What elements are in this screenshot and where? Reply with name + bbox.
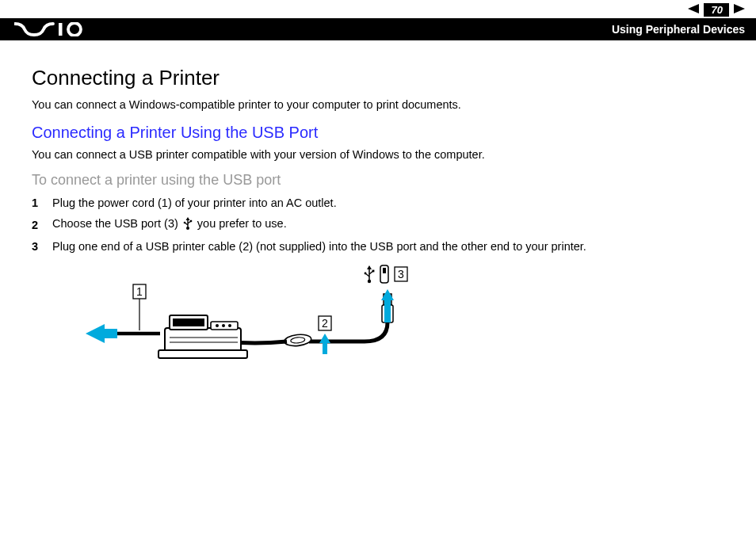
- step-number: 1: [32, 196, 52, 209]
- procedure-heading: To connect a printer using the USB port: [32, 172, 724, 189]
- step-item: 3 Plug one end of a USB printer cable (2…: [32, 240, 724, 253]
- page-content: Connecting a Printer You can connect a W…: [0, 40, 756, 384]
- arrow-left-icon: [86, 324, 117, 343]
- svg-point-12: [365, 273, 367, 275]
- step-text: Choose the USB port (3) you prefer to us…: [52, 217, 287, 232]
- section-label: Using Peripheral Devices: [612, 23, 745, 36]
- svg-rect-8: [190, 220, 192, 222]
- svg-rect-25: [165, 328, 241, 352]
- svg-marker-0: [688, 4, 699, 13]
- step-item: 1 Plug the power cord (1) of your printe…: [32, 196, 724, 209]
- header-bar: Using Peripheral Devices: [0, 18, 756, 40]
- step-number: 3: [32, 240, 52, 253]
- svg-rect-15: [383, 268, 386, 273]
- cable-connector-icon: [284, 334, 311, 347]
- diagram-label-1: 1: [136, 285, 143, 298]
- svg-marker-1: [734, 4, 745, 13]
- svg-marker-35: [86, 324, 117, 343]
- svg-rect-26: [158, 350, 247, 358]
- usb-icon: [183, 217, 193, 232]
- svg-marker-11: [367, 265, 372, 269]
- svg-point-7: [184, 222, 186, 224]
- step-item: 2 Choose the USB port (3) you prefer to …: [32, 217, 724, 232]
- step-text: Plug one end of a USB printer cable (2) …: [52, 240, 586, 253]
- connection-diagram: 3: [71, 262, 724, 384]
- vaio-logo-icon: [14, 22, 86, 36]
- arrow-up-small-icon: [319, 334, 330, 354]
- intro-text: You can connect a Windows-compatible pri…: [32, 98, 724, 111]
- step-text: Plug the power cord (1) of your printer …: [52, 196, 337, 209]
- page-number-badge: 70: [704, 3, 729, 17]
- steps-list: 1 Plug the power cord (1) of your printe…: [32, 196, 724, 253]
- svg-marker-6: [185, 217, 189, 220]
- subsection-title: Connecting a Printer Using the USB Port: [32, 124, 724, 142]
- prev-page-arrow-icon[interactable]: [688, 4, 699, 16]
- svg-rect-2: [59, 23, 63, 36]
- svg-rect-28: [173, 318, 204, 326]
- usb-port-icon: [380, 265, 388, 283]
- diagram-label-3: 3: [398, 268, 404, 280]
- next-page-arrow-icon[interactable]: [734, 4, 745, 16]
- page-title: Connecting a Printer: [32, 66, 724, 90]
- svg-point-3: [68, 23, 81, 36]
- subsection-intro: You can connect a USB printer compatible…: [32, 148, 724, 161]
- svg-point-30: [216, 324, 219, 327]
- diagram-label-2: 2: [322, 317, 328, 330]
- svg-marker-24: [319, 334, 330, 354]
- usb-symbol-icon: [365, 265, 375, 283]
- printer-icon: [158, 315, 247, 358]
- svg-rect-13: [372, 270, 375, 273]
- top-nav: 70: [0, 0, 756, 18]
- step-number: 2: [32, 219, 52, 231]
- svg-point-31: [222, 324, 225, 327]
- svg-point-32: [228, 324, 231, 327]
